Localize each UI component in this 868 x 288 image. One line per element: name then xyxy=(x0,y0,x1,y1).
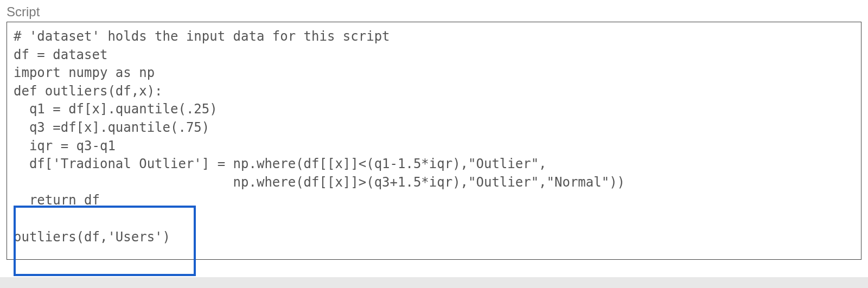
bottom-bar xyxy=(0,277,868,288)
code-line: iqr = q3-q1 xyxy=(14,138,116,153)
code-line: import numpy as np xyxy=(14,65,155,80)
code-line: q3 =df[x].quantile(.75) xyxy=(14,120,209,135)
code-content[interactable]: # 'dataset' holds the input data for thi… xyxy=(14,28,854,246)
code-line: # 'dataset' holds the input data for thi… xyxy=(14,29,390,44)
code-line: np.where(df[[x]]>(q3+1.5*iqr),"Outlier",… xyxy=(14,175,625,190)
code-line: return df xyxy=(14,193,100,208)
code-line: def outliers(df,x): xyxy=(14,84,163,99)
code-line: q1 = df[x].quantile(.25) xyxy=(14,101,218,117)
code-line: df['Tradional Outlier'] = np.where(df[[x… xyxy=(14,156,547,171)
code-line: outliers(df,'Users') xyxy=(14,229,170,245)
code-line: df = dataset xyxy=(14,47,107,62)
script-label: Script xyxy=(7,4,861,20)
script-editor[interactable]: # 'dataset' holds the input data for thi… xyxy=(7,22,861,260)
